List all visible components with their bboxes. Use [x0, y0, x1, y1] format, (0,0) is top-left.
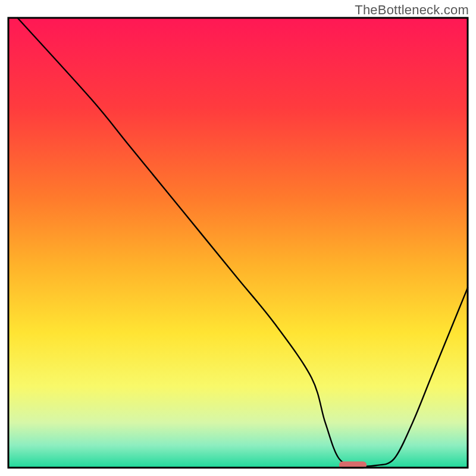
gradient-background	[8, 18, 468, 468]
plot-area	[8, 18, 468, 469]
watermark-text: TheBottleneck.com	[355, 2, 469, 18]
chart-container: TheBottleneck.com	[0, 0, 476, 476]
chart-svg	[0, 0, 476, 476]
